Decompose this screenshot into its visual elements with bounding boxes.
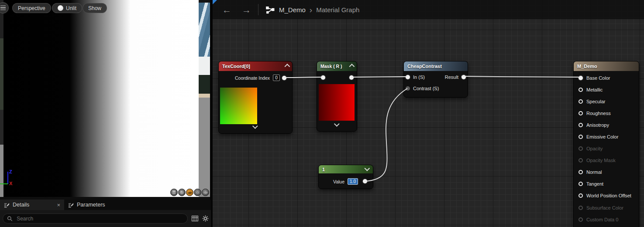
pin-icon[interactable] [579, 111, 583, 115]
expand-chevron-icon[interactable] [364, 166, 370, 171]
pin-icon[interactable] [579, 206, 583, 210]
hamburger-icon [0, 6, 6, 7]
contrast-contrast-pin[interactable] [406, 86, 410, 91]
constant-value-row: Value 1.0 [319, 178, 358, 185]
toolbar-separator [258, 4, 258, 15]
pin-icon[interactable] [579, 99, 583, 104]
pin-label: Opacity Mask [586, 158, 616, 163]
constant-value-field[interactable]: 1.0 [348, 178, 358, 185]
material-pin-subsurface-color[interactable]: Subsurface Color [574, 202, 639, 213]
node-mask-header[interactable]: Mask ( R ) [317, 61, 357, 71]
material-preview-viewport[interactable]: Perspective Unlit Show Z X [0, 0, 210, 200]
pin-label: Anisotropy [586, 122, 609, 128]
environment-backdrop-right [199, 0, 210, 200]
viewport-toolbar: Perspective Unlit Show [0, 0, 210, 17]
material-pin-specular[interactable]: Specular [574, 95, 639, 107]
back-arrow-icon[interactable]: ← [222, 5, 231, 14]
preview-shape-buttons [170, 189, 209, 196]
pin-icon[interactable] [579, 158, 583, 163]
view-mode-button[interactable]: Unlit [52, 3, 82, 13]
coordinate-index-label: Coordinate Index [235, 75, 270, 81]
material-pin-metallic[interactable]: Metallic [574, 84, 639, 95]
node-material-title: M_Demo [577, 64, 597, 69]
collapse-chevron-icon[interactable] [349, 64, 355, 69]
pin-icon[interactable] [579, 193, 583, 198]
forward-arrow-icon[interactable]: → [242, 5, 251, 14]
contrast-in-pin[interactable] [406, 75, 410, 79]
view-mode-icon [58, 5, 63, 11]
pin-icon[interactable] [579, 217, 583, 222]
node-constant-header[interactable]: 1 [319, 165, 373, 173]
breadcrumb-chevron-icon: › [310, 6, 312, 14]
search-input-container[interactable] [3, 213, 188, 224]
tab-parameters[interactable]: Parameters [64, 200, 109, 210]
preview-sphere-button[interactable] [178, 189, 186, 196]
coordinate-index-row: Coordinate Index 0 [219, 75, 280, 81]
search-input[interactable] [16, 215, 183, 222]
tab-close-icon[interactable]: × [57, 202, 60, 208]
pin-icon[interactable] [579, 76, 583, 80]
breadcrumb-asset[interactable]: M_Demo [279, 6, 306, 14]
pin-icon[interactable] [579, 123, 583, 127]
mask-output-pin[interactable] [349, 75, 354, 80]
pin-icon[interactable] [579, 170, 583, 174]
material-pin-custom-data-0[interactable]: Custom Data 0 [574, 213, 639, 225]
preview-collapse-chevron-icon[interactable] [254, 123, 258, 131]
material-pin-anisotropy[interactable]: Anisotropy [574, 119, 639, 131]
pin-icon[interactable] [579, 146, 583, 151]
node-constant[interactable]: 1 Value 1.0 [318, 165, 373, 189]
material-pin-opacity-mask[interactable]: Opacity Mask [574, 155, 639, 166]
active-panel-corner-marker [213, 0, 217, 4]
material-pin-tangent[interactable]: Tangent [574, 178, 639, 190]
contrast-result-pin[interactable] [461, 75, 466, 79]
wire-result-to-basecolor [461, 76, 581, 77]
pin-icon[interactable] [579, 88, 583, 92]
collapse-chevron-icon[interactable] [285, 64, 290, 69]
material-pin-roughness[interactable]: Roughness [574, 107, 639, 119]
preview-collapse-chevron-icon[interactable] [335, 121, 339, 129]
details-tab-icon [4, 202, 10, 208]
perspective-button[interactable]: Perspective [12, 3, 51, 13]
mask-input-pin[interactable] [321, 75, 325, 80]
pin-label: Roughness [586, 111, 611, 116]
pin-label: Emissive Color [586, 134, 618, 139]
preview-cylinder-button[interactable] [170, 189, 178, 196]
material-pin-base-color[interactable]: Base Color [574, 72, 639, 84]
material-pin-normal[interactable]: Normal [574, 166, 639, 178]
preview-plane-button[interactable] [186, 189, 193, 196]
preview-cube-button[interactable] [194, 189, 201, 196]
display-grid-icon[interactable] [191, 215, 199, 222]
node-cheap-contrast[interactable]: CheapContrast In (S) Result Contrast (S) [403, 61, 468, 98]
contrast-in-label: In (S) [413, 75, 425, 80]
material-pin-emissive-color[interactable]: Emissive Color [574, 131, 639, 142]
texcoord-output-pin[interactable] [282, 76, 286, 80]
coordinate-index-field[interactable]: 0 [273, 75, 280, 81]
material-pin-world-position-offset[interactable]: World Position Offset [574, 190, 639, 202]
node-mask[interactable]: Mask ( R ) [317, 61, 357, 132]
pin-icon[interactable] [579, 135, 583, 139]
material-pin-opacity[interactable]: Opacity [574, 143, 639, 155]
show-button[interactable]: Show [83, 3, 107, 13]
details-panel: Details × Parameters [0, 200, 211, 227]
node-texcoord[interactable]: TexCoord[0] Coordinate Index 0 [218, 61, 293, 134]
tab-details[interactable]: Details × [0, 200, 64, 210]
pin-icon[interactable] [579, 182, 583, 186]
preview-teapot-button[interactable] [202, 189, 209, 196]
material-graph-panel[interactable]: ← → M_Demo › Material Graph TexCoord[0] [213, 0, 644, 227]
perspective-label: Perspective [18, 5, 45, 11]
pin-label: Metallic [586, 87, 603, 92]
node-texcoord-header[interactable]: TexCoord[0] [219, 61, 292, 71]
sphere-icon [179, 190, 184, 195]
view-mode-label: Unlit [66, 5, 76, 11]
mask-red-preview [319, 84, 355, 121]
node-material-output[interactable]: M_Demo Base ColorMetallicSpecularRoughne… [573, 61, 639, 227]
settings-gear-icon[interactable] [202, 215, 209, 222]
contrast-result-row: Result [445, 75, 466, 80]
viewport-menu-button[interactable] [0, 2, 9, 14]
panel-tab-bar: Details × Parameters [0, 200, 211, 210]
contrast-contrast-row: Contrast (S) [406, 86, 439, 91]
contrast-contrast-label: Contrast (S) [413, 86, 439, 91]
constant-output-pin[interactable] [363, 179, 367, 183]
node-material-header[interactable]: M_Demo [574, 61, 639, 71]
node-cheap-contrast-header[interactable]: CheapContrast [404, 61, 468, 71]
